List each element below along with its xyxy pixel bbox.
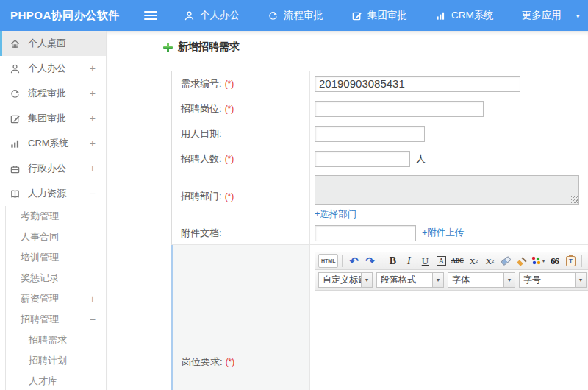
expand-plus-icon[interactable]: + xyxy=(90,88,96,99)
resize-grip-icon[interactable] xyxy=(571,196,578,203)
collapse-minus-icon[interactable]: − xyxy=(90,313,96,325)
heading-select[interactable]: 自定义标题▾ xyxy=(318,272,373,288)
toolbar-divider xyxy=(381,255,381,267)
chevron-down-icon[interactable]: ▾ xyxy=(503,273,514,287)
upload-attachment-link[interactable]: +附件上传 xyxy=(422,227,464,239)
demand-no-input[interactable] xyxy=(315,76,520,92)
attachment-input[interactable] xyxy=(315,225,416,241)
sidebar-item-label: 招聘需求 xyxy=(29,333,67,347)
expand-plus-icon[interactable]: + xyxy=(90,163,96,174)
briefcase-icon xyxy=(10,163,21,174)
sidebar-item-personal-desktop[interactable]: 个人桌面 xyxy=(0,31,106,56)
sidebar-item-talent-pool[interactable]: 人才库 xyxy=(21,371,106,390)
nav-group-approval[interactable]: 集团审批 xyxy=(351,9,407,22)
chevron-down-icon[interactable]: ▾ xyxy=(432,273,443,287)
person-icon xyxy=(10,63,21,74)
nav-label: CRM系统 xyxy=(451,9,494,22)
required-mark: (*) xyxy=(226,357,235,367)
sidebar-item-recruit-plan[interactable]: 招聘计划 xyxy=(21,350,106,371)
nav-label: 流程审批 xyxy=(284,9,323,22)
char-border-button[interactable]: A xyxy=(437,256,446,266)
field-label: 招聘岗位: xyxy=(181,102,222,116)
nav-crm-system[interactable]: CRM系统 xyxy=(435,9,494,22)
department-textarea[interactable] xyxy=(315,175,579,205)
sidebar-item-label: 培训管理 xyxy=(21,251,59,264)
redo-icon[interactable]: ↷ xyxy=(362,254,377,268)
page-title: 新增招聘需求 xyxy=(178,40,240,54)
book-icon xyxy=(10,188,21,199)
eraser-icon[interactable] xyxy=(501,256,512,266)
paragraph-format-select[interactable]: 段落格式▾ xyxy=(376,272,444,288)
strikethrough-button[interactable]: ABC xyxy=(450,254,465,268)
color-palette-button[interactable]: ▾ xyxy=(531,254,545,268)
font-family-select[interactable]: 字体▾ xyxy=(448,272,515,288)
editor-toolbar-row1: HTML ↶ ↷ B I U A ABC X2 X2 ▾ xyxy=(315,252,588,270)
chevron-down-icon[interactable]: ▾ xyxy=(575,273,586,287)
html-source-button[interactable]: HTML xyxy=(318,254,338,268)
hamburger-menu-icon[interactable] xyxy=(144,9,157,22)
chevron-down-icon[interactable]: ▾ xyxy=(361,273,372,287)
sidebar-item-recruit-mgmt[interactable]: 招聘管理 − xyxy=(6,309,106,330)
blockquote-button[interactable]: 66 xyxy=(547,254,562,268)
bold-button[interactable]: B xyxy=(385,254,400,268)
expand-plus-icon[interactable]: + xyxy=(90,293,96,305)
collapse-minus-icon[interactable]: − xyxy=(90,188,96,199)
required-mark: (*) xyxy=(225,154,234,164)
sidebar-item-label: 人才库 xyxy=(29,375,57,388)
position-input[interactable] xyxy=(315,101,484,117)
sidebar-item-group-approval[interactable]: 集团审批 + xyxy=(0,106,106,131)
field-label: 附件文档: xyxy=(181,227,222,240)
undo-icon[interactable]: ↶ xyxy=(346,254,361,268)
rich-text-editor: HTML ↶ ↷ B I U A ABC X2 X2 ▾ xyxy=(315,252,588,390)
sidebar-item-training[interactable]: 培训管理 xyxy=(6,247,106,268)
bar-chart-icon xyxy=(10,138,21,149)
edit-icon xyxy=(10,113,21,124)
app-logo: PHPOA协同办公软件 xyxy=(0,9,134,23)
italic-button[interactable]: I xyxy=(401,254,416,268)
toolbar-divider xyxy=(342,255,343,267)
expand-plus-icon[interactable]: + xyxy=(90,63,96,74)
nav-workflow-approval[interactable]: 流程审批 xyxy=(268,9,323,22)
paste-text-icon[interactable]: T xyxy=(566,256,576,266)
sidebar-item-personal-office[interactable]: 个人办公 + xyxy=(0,56,106,81)
workflow-icon xyxy=(10,88,21,99)
add-plus-icon xyxy=(163,43,173,52)
home-icon xyxy=(10,38,21,49)
nav-label: 更多应用 xyxy=(522,9,562,22)
hire-date-input[interactable] xyxy=(315,126,425,142)
headcount-input[interactable] xyxy=(315,151,410,167)
form-row-headcount: 招聘人数: (*) 人 xyxy=(171,146,588,171)
sidebar-item-label: 薪资管理 xyxy=(21,292,59,305)
sidebar-item-hr[interactable]: 人力资源 − xyxy=(0,181,106,206)
header-nav: 个人办公 流程审批 集团审批 CRM系统 更多应用 ▾ xyxy=(184,9,580,22)
sidebar-item-attendance[interactable]: 考勤管理 xyxy=(6,206,106,227)
format-brush-icon[interactable] xyxy=(517,256,527,266)
expand-plus-icon[interactable]: + xyxy=(90,113,96,124)
chevron-down-icon[interactable]: ▾ xyxy=(576,12,580,20)
nav-personal-office[interactable]: 个人办公 xyxy=(184,9,240,22)
font-size-select[interactable]: 字号▾ xyxy=(519,272,587,288)
sidebar-item-label: 集团审批 xyxy=(28,112,66,125)
sidebar-item-recruit-demand[interactable]: 招聘需求 xyxy=(21,330,106,350)
required-mark: (*) xyxy=(225,191,234,202)
sidebar-item-label: 考勤管理 xyxy=(21,210,59,223)
sidebar-item-label: CRM系统 xyxy=(28,137,69,150)
underline-button[interactable]: U xyxy=(417,254,432,268)
select-department-link[interactable]: +选择部门 xyxy=(315,208,356,221)
sidebar-item-administration[interactable]: 行政办公 + xyxy=(0,156,106,181)
superscript-button[interactable]: X2 xyxy=(466,254,481,268)
nav-more-apps[interactable]: 更多应用 xyxy=(522,9,562,22)
sidebar-item-label: 个人桌面 xyxy=(28,37,66,50)
expand-plus-icon[interactable]: + xyxy=(90,138,96,149)
field-label: 用人日期: xyxy=(181,127,222,141)
form-row-department: 招聘部门: (*) +选择部门 xyxy=(171,171,588,221)
top-header: PHPOA协同办公软件 个人办公 流程审批 集团审批 CRM系统 更多应用 ▾ xyxy=(0,0,588,31)
sidebar-item-hr-contract[interactable]: 人事合同 xyxy=(6,227,106,247)
sidebar-item-rewards[interactable]: 奖惩记录 xyxy=(6,268,106,288)
sidebar-item-crm[interactable]: CRM系统 + xyxy=(0,131,106,156)
subscript-button[interactable]: X2 xyxy=(482,254,497,268)
editor-content-area[interactable] xyxy=(315,291,588,390)
sidebar-item-label: 人事合同 xyxy=(21,230,59,244)
sidebar-item-workflow-approval[interactable]: 流程审批 + xyxy=(0,81,106,106)
sidebar-item-salary[interactable]: 薪资管理 + xyxy=(6,288,106,309)
